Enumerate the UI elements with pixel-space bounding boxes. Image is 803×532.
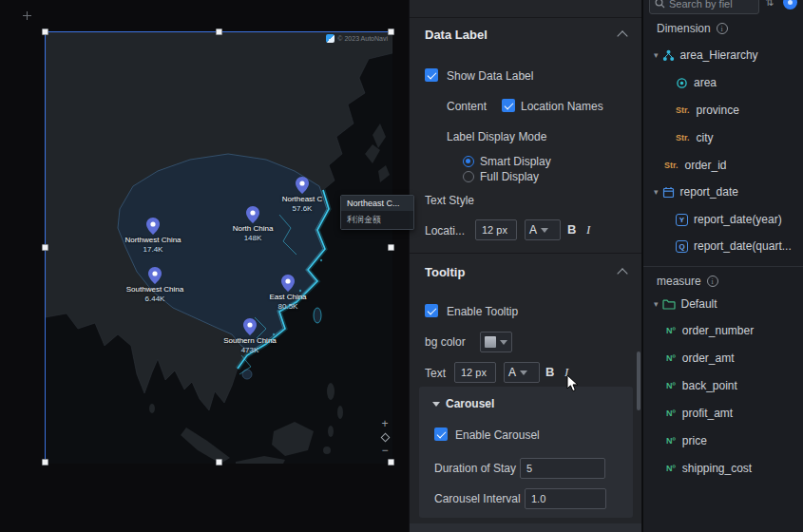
zoom-in-button[interactable]: + xyxy=(377,417,392,431)
map-label: East China80.5K xyxy=(269,293,306,312)
selection-handle-e[interactable] xyxy=(388,244,394,251)
dataset-fields-panel: Search by fiel ⇅ Dimension i ▾ area_Hier… xyxy=(642,0,803,532)
tooltip-font-size-select[interactable]: 12 px xyxy=(454,362,496,383)
compass-icon[interactable] xyxy=(380,433,390,443)
selection-handle-s[interactable] xyxy=(216,459,222,466)
chevron-expand-icon[interactable]: ▾ xyxy=(654,50,659,60)
chevron-expand-icon[interactable]: ▾ xyxy=(654,299,659,309)
chevron-expand-icon[interactable]: ▾ xyxy=(654,187,659,197)
field-row-order-number[interactable]: Nº order_number xyxy=(643,317,803,344)
field-label: back_point xyxy=(682,379,737,392)
field-label: report_date(quart... xyxy=(694,239,792,253)
map-widget[interactable]: © 2023 AutoNavi Northeas xyxy=(45,31,392,463)
quarter-type-icon: Q xyxy=(676,240,688,253)
map-label: Northeast C57.6K xyxy=(282,195,323,214)
field-row-profit-amt[interactable]: Nº profit_amt xyxy=(643,400,803,427)
selection-handle-w[interactable] xyxy=(42,244,48,251)
china-map xyxy=(46,32,392,464)
measure-title: measure xyxy=(657,275,701,288)
full-display-radio[interactable] xyxy=(463,171,474,182)
enable-carousel-checkbox[interactable] xyxy=(434,428,448,441)
field-row-default-group[interactable]: ▾ Default xyxy=(643,291,803,317)
field-row-city[interactable]: Str. city xyxy=(643,124,803,151)
number-type-icon: Nº xyxy=(666,353,676,363)
field-label: price xyxy=(682,434,707,447)
dimension-header: Dimension i xyxy=(657,22,728,35)
label-bold-button[interactable]: B xyxy=(567,222,576,237)
label-italic-button[interactable]: I xyxy=(586,222,590,238)
duration-of-stay-input[interactable] xyxy=(520,458,605,479)
field-row-order-id[interactable]: Str. order_id xyxy=(643,152,803,179)
selection-handle-n[interactable] xyxy=(216,28,222,35)
field-row-report-date[interactable]: ▾ report_date xyxy=(643,179,803,205)
string-type-icon: Str. xyxy=(676,105,690,115)
tooltip-text-label: Text xyxy=(425,367,446,380)
duration-of-stay-label: Duration of Stay xyxy=(434,462,516,475)
map-attribution: © 2023 AutoNavi xyxy=(326,34,388,43)
collapse-data-label-icon[interactable] xyxy=(617,30,627,41)
chevron-down-icon xyxy=(500,340,507,345)
info-icon[interactable]: i xyxy=(717,23,728,34)
field-search-input[interactable]: Search by fiel xyxy=(649,0,759,14)
chevron-down-icon xyxy=(541,228,548,233)
smart-display-radio[interactable] xyxy=(463,156,474,167)
label-font-color-select[interactable]: A xyxy=(525,219,561,240)
zoom-out-button[interactable]: − xyxy=(377,444,392,458)
tooltip-font-color-select[interactable]: A xyxy=(504,362,540,383)
font-color-a: A xyxy=(529,224,537,236)
carousel-interval-label: Carousel Interval xyxy=(434,492,521,505)
field-row-province[interactable]: Str. province xyxy=(643,97,803,124)
map-label: Southwest China6.44K xyxy=(126,285,183,304)
measure-header: measure i xyxy=(657,275,718,288)
map-label: Northwest China17.4K xyxy=(124,236,181,255)
number-type-icon: Nº xyxy=(666,381,676,390)
field-row-order-amt[interactable]: Nº order_amt xyxy=(643,345,803,371)
field-label: area xyxy=(694,76,717,89)
smart-display-text: Smart Display xyxy=(480,155,551,168)
field-row-shipping-cost[interactable]: Nº shipping_cost xyxy=(643,455,803,482)
map-label: North China148K xyxy=(233,224,274,243)
field-label: order_amt xyxy=(682,352,735,365)
info-icon[interactable]: i xyxy=(707,276,718,287)
carousel-expand-icon[interactable] xyxy=(432,402,440,407)
tooltip-bold-button[interactable]: B xyxy=(545,365,554,379)
show-data-label-checkbox[interactable] xyxy=(425,68,438,82)
number-type-icon: Nº xyxy=(666,326,676,335)
geo-icon xyxy=(676,77,688,89)
selection-handle-nw[interactable] xyxy=(42,28,48,35)
text-style-label: Text Style xyxy=(425,194,474,207)
tooltip-section-title: Tooltip xyxy=(425,265,465,279)
field-label: order_id xyxy=(685,159,727,172)
number-type-icon: Nº xyxy=(666,408,676,418)
selection-handle-sw[interactable] xyxy=(42,459,48,466)
font-color-a: A xyxy=(508,367,516,378)
location-names-text: Location Names xyxy=(521,100,603,113)
bg-color-picker[interactable] xyxy=(480,332,512,352)
hierarchy-icon xyxy=(662,49,675,62)
folder-icon xyxy=(662,298,676,310)
map-canvas[interactable]: © 2023 AutoNavi Northeas xyxy=(0,0,409,532)
location-names-checkbox[interactable] xyxy=(502,99,515,112)
show-data-label-text: Show Data Label xyxy=(447,69,533,83)
label-font-size-select[interactable]: 12 px xyxy=(475,219,517,240)
ai-assistant-icon[interactable] xyxy=(783,0,797,10)
selection-handle-ne[interactable] xyxy=(388,28,394,35)
selection-handle-se[interactable] xyxy=(388,459,394,466)
field-row-report-date-quarter[interactable]: Q report_date(quart... xyxy=(643,233,803,259)
map-tooltip-measure: 利润金额 xyxy=(341,211,413,229)
string-type-icon: Str. xyxy=(664,161,679,170)
field-row-price[interactable]: Nº price xyxy=(643,428,803,454)
field-row-area-hierarchy[interactable]: ▾ area_Hierarchy xyxy=(643,42,803,68)
field-row-report-date-year[interactable]: Y report_date(year) xyxy=(643,206,803,233)
field-row-back-point[interactable]: Nº back_point xyxy=(643,372,803,399)
enable-tooltip-checkbox[interactable] xyxy=(425,304,438,317)
field-label: city xyxy=(697,131,714,144)
field-label: area_Hierarchy xyxy=(680,48,758,62)
field-row-area[interactable]: area xyxy=(643,69,803,96)
field-label: profit_amt xyxy=(682,407,733,420)
sort-fields-icon[interactable]: ⇅ xyxy=(765,0,774,9)
collapse-tooltip-icon[interactable] xyxy=(617,268,627,278)
carousel-interval-input[interactable] xyxy=(525,488,606,509)
settings-scrollbar[interactable] xyxy=(637,352,640,410)
field-label: report_date xyxy=(680,185,738,199)
